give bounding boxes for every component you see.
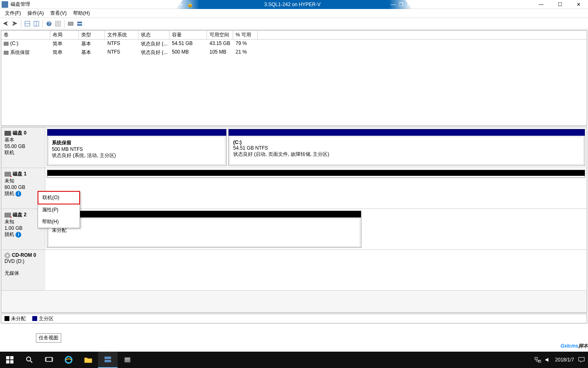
view-bottom-button[interactable] xyxy=(32,20,40,28)
toolbar-separator xyxy=(21,20,21,27)
tray-network-icon[interactable] xyxy=(535,357,541,363)
ctx-online[interactable]: 联机(O) xyxy=(38,191,80,204)
view-top-button[interactable] xyxy=(23,20,31,28)
partition-unallocated[interactable] xyxy=(47,170,585,178)
table-row[interactable]: 系统保留 简单 基本 NTFS 状态良好 (... 500 MB 105 MB … xyxy=(1,48,587,57)
hyperv-restore-button[interactable]: ❐ xyxy=(399,2,403,7)
disk-row-cdrom[interactable]: CD-ROM 0 DVD (D:) 无媒体 xyxy=(1,250,587,291)
col-filesystem[interactable]: 文件系统 xyxy=(105,31,138,39)
partition-body: (C:) 54.51 GB NTFS 状态良好 (启动, 页面文件, 故障转储,… xyxy=(229,137,584,165)
partition-unallocated[interactable]: 1.00 GB 未分配 xyxy=(47,211,361,248)
unknown-disk-icon xyxy=(4,172,11,177)
window-close-button[interactable]: ✕ xyxy=(569,0,588,9)
col-status[interactable]: 状态 xyxy=(138,31,169,39)
minimize-icon: — xyxy=(539,2,543,7)
volume-icon xyxy=(4,42,9,46)
col-type[interactable]: 类型 xyxy=(79,31,105,39)
cell-free: 43.15 GB xyxy=(207,40,233,48)
col-layout[interactable]: 布局 xyxy=(50,31,79,39)
cell-status: 状态良好 (... xyxy=(138,40,169,48)
taskbar-explorer[interactable] xyxy=(78,352,98,368)
cell-pct: 21 % xyxy=(233,48,258,57)
context-menu: 联机(O) 属性(P) 帮助(H) xyxy=(38,191,80,228)
tray-action-center-icon[interactable] xyxy=(578,357,585,363)
toolbar: ⮜ ⮞ ? xyxy=(0,18,588,29)
menu-action[interactable]: 操作(A) xyxy=(24,9,47,18)
disk-size: 1.00 GB xyxy=(4,225,42,231)
disk-row-1[interactable]: 磁盘 1 未知 80.00 GB 脱机 i xyxy=(1,168,587,209)
svg-point-17 xyxy=(27,357,31,361)
table-row[interactable]: (C:) 简单 基本 NTFS 状态良好 (... 54.51 GB 43.15… xyxy=(1,40,587,48)
lock-icon[interactable]: 🔒 xyxy=(187,2,193,7)
disk-type: 基本 xyxy=(4,137,42,144)
watermark-text-1: Gxlcms xyxy=(561,343,578,349)
cell-fs: NTFS xyxy=(105,48,138,57)
svg-rect-15 xyxy=(6,360,9,364)
svg-rect-10 xyxy=(68,22,73,25)
window-maximize-button[interactable]: ☐ xyxy=(550,0,569,9)
folder-icon xyxy=(84,357,92,363)
taskview-button[interactable] xyxy=(39,352,59,368)
partition-status: 状态良好 (系统, 活动, 主分区) xyxy=(52,153,116,158)
disk-name: CD-ROM 0 xyxy=(12,252,36,258)
partition-size: 500 MB NTFS xyxy=(52,146,83,152)
pin-icon[interactable]: ⇥ xyxy=(178,2,182,7)
arrow-left-icon: ⮜ xyxy=(3,20,9,27)
disk-row-2[interactable]: 磁盘 2 未知 1.00 GB 脱机 i 1.00 GB 未分配 xyxy=(1,209,587,250)
taskbar-ie[interactable] xyxy=(59,352,78,368)
nav-forward-button[interactable]: ⮞ xyxy=(11,20,19,28)
cell-status: 状态良好 (... xyxy=(138,48,169,57)
search-button[interactable] xyxy=(20,352,39,368)
menu-help[interactable]: 帮助(H) xyxy=(70,9,93,18)
properties-button[interactable] xyxy=(54,20,62,28)
menu-file[interactable]: 文件(F) xyxy=(2,9,24,18)
help-button[interactable]: ? xyxy=(45,20,53,28)
legend-label: 主分区 xyxy=(39,316,53,321)
col-percent[interactable]: % 可用 xyxy=(233,31,258,39)
start-button[interactable] xyxy=(0,352,20,368)
ctx-properties[interactable]: 属性(P) xyxy=(38,204,80,216)
svg-rect-19 xyxy=(46,357,52,361)
graphical-view-button[interactable] xyxy=(76,20,84,28)
disk-row-0[interactable]: 磁盘 0 基本 55.00 GB 联机 系统保留 500 MB NTFS 状态良… xyxy=(1,127,587,168)
svg-line-18 xyxy=(30,361,32,363)
svg-rect-24 xyxy=(105,360,111,362)
col-capacity[interactable]: 容量 xyxy=(169,31,207,39)
ctx-help[interactable]: 帮助(H) xyxy=(38,216,80,228)
partition-stripe xyxy=(229,129,585,136)
list-icon xyxy=(55,21,61,27)
vol-label: 系统保留 xyxy=(10,49,30,55)
col-volume[interactable]: 卷 xyxy=(1,31,50,39)
taskbar-diskmgmt[interactable] xyxy=(98,352,118,368)
disk-size: 80.00 GB xyxy=(4,184,42,190)
nav-back-button[interactable]: ⮜ xyxy=(2,20,10,28)
hyperv-close-button[interactable]: ✕ xyxy=(407,2,411,7)
partition-c-drive[interactable]: (C:) 54.51 GB NTFS 状态良好 (启动, 页面文件, 故障转储,… xyxy=(228,129,585,166)
partition-system-reserved[interactable]: 系统保留 500 MB NTFS 状态良好 (系统, 活动, 主分区) xyxy=(47,129,227,166)
hyperv-minimize-button[interactable]: — xyxy=(391,2,396,7)
cell-free: 105 MB xyxy=(207,48,233,57)
tray-date[interactable]: 2018/1/7 xyxy=(555,357,574,363)
disk-state: 无媒体 xyxy=(4,270,42,277)
search-icon xyxy=(26,356,33,364)
notification-icon xyxy=(578,357,585,363)
disk-type: 未知 xyxy=(4,218,42,225)
legend-swatch-black xyxy=(4,316,9,321)
disk-icon xyxy=(77,21,82,27)
taskbar: 2018/1/7 xyxy=(0,352,588,368)
cell-cap: 54.51 GB xyxy=(169,40,207,48)
taskbar-server-manager[interactable] xyxy=(118,352,137,368)
svg-rect-26 xyxy=(125,358,129,359)
cell-layout: 简单 xyxy=(50,48,79,57)
disk-graphical-view: 磁盘 0 基本 55.00 GB 联机 系统保留 500 MB NTFS 状态良… xyxy=(1,127,587,313)
volume-list-button[interactable] xyxy=(67,20,75,28)
col-free[interactable]: 可用空间 xyxy=(207,31,233,39)
svg-rect-23 xyxy=(105,357,111,359)
info-icon[interactable]: i xyxy=(16,232,21,238)
window-minimize-button[interactable]: — xyxy=(532,0,550,9)
cdrom-icon xyxy=(4,253,10,258)
tray-volume-icon[interactable] xyxy=(545,357,551,363)
menu-view[interactable]: 查看(V) xyxy=(47,9,70,18)
info-icon[interactable]: i xyxy=(16,191,21,197)
disk-state: 脱机 xyxy=(4,231,14,237)
